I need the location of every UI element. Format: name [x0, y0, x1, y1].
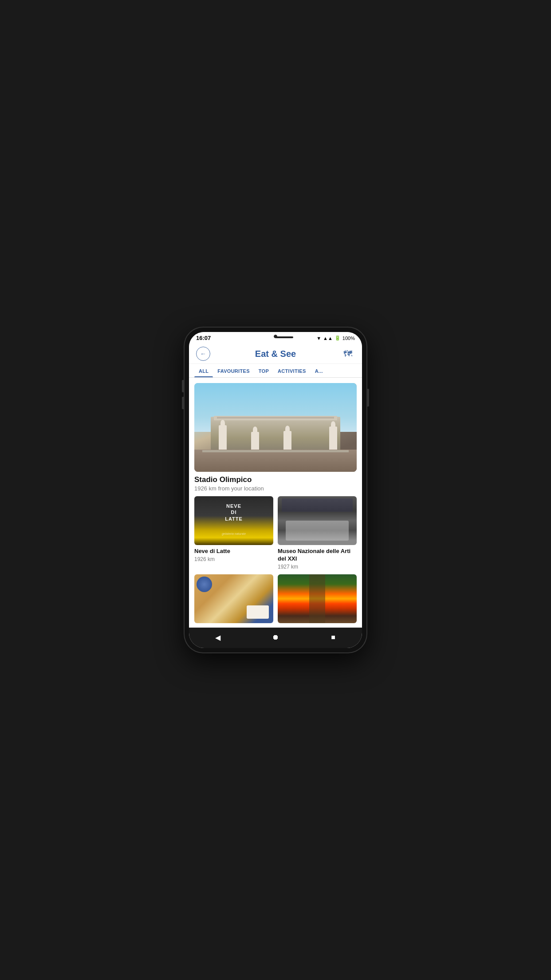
nav-home-button[interactable]: ⏺	[269, 631, 282, 644]
grid-item-name: Neve di Latte	[194, 548, 273, 555]
status-icons: ▼ ▲▲ 🔋 100%	[316, 335, 355, 341]
power-button[interactable]	[367, 389, 369, 407]
grid-container: NEVEDILATTE gelateria naturale Neve di L…	[194, 496, 357, 626]
battery-percent: 100%	[342, 336, 355, 341]
map-icon: 🗺	[343, 349, 352, 359]
list-item[interactable]	[194, 574, 273, 626]
vol-down-button[interactable]	[182, 397, 184, 409]
nav-back-icon: ◀	[215, 633, 220, 642]
nav-home-icon: ⏺	[272, 633, 279, 641]
app-header: ← Eat & See 🗺	[189, 343, 362, 364]
page-title: Eat & See	[255, 349, 296, 359]
phone-screen: 16:07 ▼ ▲▲ 🔋 100% ← Eat & See 🗺 ALL	[189, 332, 362, 648]
signal-icon: ▲▲	[323, 336, 333, 341]
featured-distance: 1926 km from your location	[194, 485, 357, 492]
nav-recent-button[interactable]: ■	[327, 631, 339, 644]
content-area[interactable]: Stadio Olimpico 1926 km from your locati…	[189, 378, 362, 628]
phone-frame: 16:07 ▼ ▲▲ 🔋 100% ← Eat & See 🗺 ALL	[184, 327, 367, 653]
battery-icon: 🔋	[335, 335, 341, 341]
tab-favourites[interactable]: FAVOURITES	[213, 364, 254, 377]
market-image	[278, 574, 357, 623]
map-button[interactable]: 🗺	[341, 347, 355, 361]
status-time: 16:07	[196, 335, 211, 341]
tab-activities[interactable]: ACTIVITIES	[273, 364, 311, 377]
neve-image: NEVEDILATTE gelateria naturale	[194, 496, 273, 545]
museo-image	[278, 496, 357, 545]
wifi-icon: ▼	[316, 336, 321, 341]
list-item[interactable]	[278, 574, 357, 626]
grid-item-name: Museo Nazionale delle Arti del XXI	[278, 548, 357, 563]
nav-recent-icon: ■	[331, 633, 335, 641]
grid-item-distance: 1927 km	[278, 564, 357, 570]
list-item[interactable]: NEVEDILATTE gelateria naturale Neve di L…	[194, 496, 273, 570]
speaker	[276, 336, 293, 338]
nav-back-button[interactable]: ◀	[212, 631, 224, 644]
featured-card[interactable]: Stadio Olimpico 1926 km from your locati…	[194, 383, 357, 492]
bottom-nav: ◀ ⏺ ■	[189, 628, 362, 648]
tab-top[interactable]: TOP	[254, 364, 273, 377]
grid-item-distance: 1926 km	[194, 556, 273, 562]
food-image	[194, 574, 273, 623]
skeleton-decoration	[286, 521, 349, 541]
list-item[interactable]: Museo Nazionale delle Arti del XXI 1927 …	[278, 496, 357, 570]
back-button[interactable]: ←	[196, 347, 210, 361]
neve-sign-text: NEVEDILATTE	[225, 503, 243, 522]
vol-up-button[interactable]	[182, 380, 184, 392]
tab-bar: ALL FAVOURITES TOP ACTIVITIES A...	[189, 364, 362, 378]
neve-sub-text: gelateria naturale	[222, 532, 246, 535]
featured-image	[194, 383, 357, 472]
tab-all[interactable]: ALL	[194, 364, 213, 377]
featured-name: Stadio Olimpico	[194, 475, 357, 484]
tab-more[interactable]: A...	[311, 364, 327, 377]
back-arrow-icon: ←	[200, 350, 206, 357]
